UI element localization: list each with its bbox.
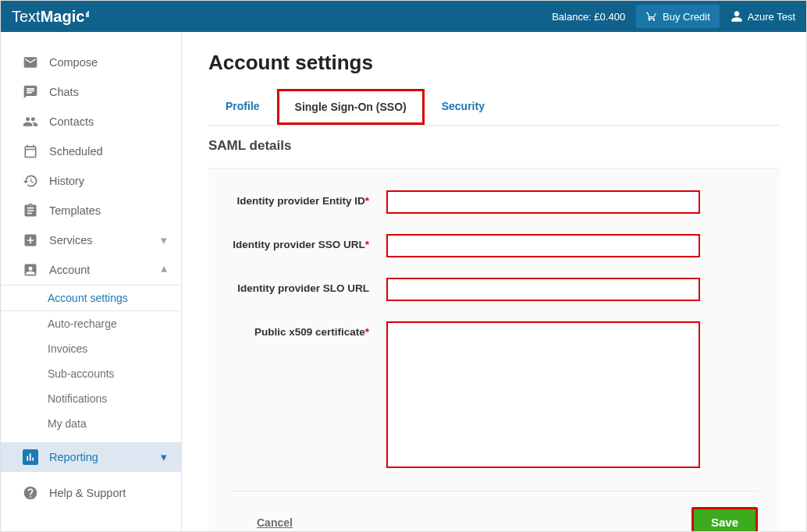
sidebar-item-reporting[interactable]: Reporting ▾: [1, 442, 181, 472]
chevron-down-icon: ▾: [161, 451, 167, 463]
sidebar-item-label: History: [49, 175, 84, 187]
saml-form: Identity provider Entity ID* Identity pr…: [208, 168, 780, 531]
sidebar-item-label: Account: [49, 264, 90, 276]
bar-chart-icon: [23, 449, 38, 465]
brand-text-1: Text: [12, 8, 41, 26]
sidebar-item-templates[interactable]: Templates: [1, 196, 181, 225]
calendar-icon: [23, 144, 38, 159]
tab-security[interactable]: Security: [425, 89, 502, 125]
tab-profile[interactable]: Profile: [208, 89, 277, 125]
entity-id-input[interactable]: [386, 190, 700, 214]
sidebar-item-label: Contacts: [49, 115, 94, 128]
buy-credit-label: Buy Credit: [663, 11, 710, 23]
sidebar-item-compose[interactable]: Compose: [1, 48, 181, 77]
form-actions: Cancel Save: [230, 491, 758, 531]
clipboard-icon: [23, 203, 38, 218]
sidebar-item-help[interactable]: Help & Support: [1, 478, 181, 508]
slo-url-label: Identity provider SLO URL: [230, 278, 386, 294]
sidebar-item-label: Compose: [49, 56, 98, 69]
chevron-down-icon: ▾: [161, 234, 167, 246]
sidebar-item-account[interactable]: Account ▾: [1, 255, 181, 285]
brand-logo[interactable]: TextMagicıl: [12, 8, 89, 26]
cert-textarea[interactable]: [386, 321, 700, 468]
chat-icon: [23, 84, 38, 100]
sidebar-sub-sub-accounts[interactable]: Sub-accounts: [1, 361, 181, 386]
user-name: Azure Test: [748, 11, 795, 23]
tab-sso[interactable]: Single Sign-On (SSO): [277, 89, 425, 125]
buy-credit-button[interactable]: Buy Credit: [636, 5, 720, 28]
cert-label: Public x509 certificate*: [230, 321, 386, 338]
sidebar-item-label: Templates: [49, 204, 101, 217]
sidebar-sub-auto-recharge[interactable]: Auto-recharge: [1, 311, 181, 336]
sidebar-sub-notifications[interactable]: Notifications: [1, 386, 181, 411]
sidebar-sub-invoices[interactable]: Invoices: [1, 336, 181, 361]
sidebar-item-scheduled[interactable]: Scheduled: [1, 137, 181, 166]
sidebar-nav: Compose Chats Contacts Scheduled History…: [1, 32, 182, 531]
sidebar-sub-account-settings[interactable]: Account settings: [1, 285, 181, 311]
balance-label: Balance: £0.400: [552, 11, 625, 23]
main-content: Account settings Profile Single Sign-On …: [182, 32, 806, 531]
sidebar-item-label: Reporting: [49, 451, 98, 463]
entity-id-label: Identity provider Entity ID*: [230, 190, 386, 207]
account-box-icon: [23, 262, 38, 278]
contacts-icon: [23, 114, 38, 129]
chevron-up-icon: ▾: [161, 264, 167, 276]
section-title: SAML details: [208, 138, 780, 154]
sidebar-sub-my-data[interactable]: My data: [1, 411, 181, 436]
brand-signal-icon: ıl: [85, 9, 88, 19]
brand-text-2: Magic: [41, 8, 85, 26]
sso-url-input[interactable]: [386, 234, 700, 257]
sidebar-item-label: Chats: [49, 86, 79, 98]
sidebar-item-chats[interactable]: Chats: [1, 77, 181, 107]
sidebar-item-services[interactable]: Services ▾: [1, 225, 181, 255]
user-menu[interactable]: Azure Test: [731, 10, 795, 23]
history-icon: [23, 173, 38, 189]
help-icon: [23, 485, 38, 501]
plus-box-icon: [23, 232, 38, 248]
cancel-button[interactable]: Cancel: [257, 516, 293, 529]
settings-tabs: Profile Single Sign-On (SSO) Security: [208, 89, 780, 126]
save-button[interactable]: Save: [691, 507, 758, 531]
sidebar-item-contacts[interactable]: Contacts: [1, 107, 181, 137]
sidebar-item-label: Help & Support: [49, 487, 126, 499]
sso-url-label: Identity provider SSO URL*: [230, 234, 386, 250]
slo-url-input[interactable]: [386, 278, 700, 301]
sidebar-item-label: Scheduled: [49, 145, 103, 158]
cart-icon: [645, 10, 658, 23]
page-title: Account settings: [208, 51, 780, 75]
sidebar-item-history[interactable]: History: [1, 166, 181, 196]
sidebar-item-label: Services: [49, 234, 93, 246]
app-header: TextMagicıl Balance: £0.400 Buy Credit A…: [1, 1, 806, 32]
person-icon: [731, 10, 743, 23]
compose-icon: [23, 55, 38, 70]
